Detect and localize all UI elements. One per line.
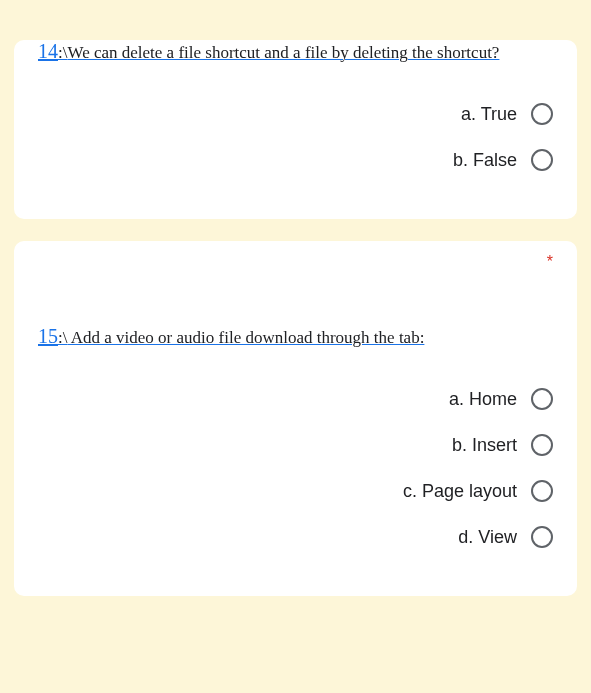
question-text-row: 14:\We can delete a file shortcut and a … <box>38 40 553 63</box>
required-indicator: * <box>547 253 553 271</box>
radio-button[interactable] <box>531 149 553 171</box>
option-label: b. Insert <box>452 435 517 456</box>
option-row[interactable]: c. Page layout <box>38 468 553 514</box>
option-label: a. True <box>461 104 517 125</box>
option-row[interactable]: a. Home <box>38 376 553 422</box>
question-card-14: 14:\We can delete a file shortcut and a … <box>14 40 577 219</box>
option-row[interactable]: b. Insert <box>38 422 553 468</box>
radio-button[interactable] <box>531 434 553 456</box>
option-row[interactable]: b. False <box>38 137 553 183</box>
option-label: a. Home <box>449 389 517 410</box>
radio-button[interactable] <box>531 388 553 410</box>
option-label: b. False <box>453 150 517 171</box>
question-card-15: * 15:\ Add a video or audio file downloa… <box>14 241 577 596</box>
question-text: Add a video or audio file download throu… <box>67 328 424 347</box>
option-row[interactable]: a. True <box>38 91 553 137</box>
question-number: 15 <box>38 325 58 347</box>
radio-button[interactable] <box>531 103 553 125</box>
question-text-row: 15:\ Add a video or audio file download … <box>38 325 553 348</box>
option-row[interactable]: d. View <box>38 514 553 560</box>
question-text: We can delete a file shortcut and a file… <box>67 43 499 62</box>
option-label: d. View <box>458 527 517 548</box>
question-number: 14 <box>38 40 58 62</box>
radio-button[interactable] <box>531 480 553 502</box>
option-label: c. Page layout <box>403 481 517 502</box>
radio-button[interactable] <box>531 526 553 548</box>
